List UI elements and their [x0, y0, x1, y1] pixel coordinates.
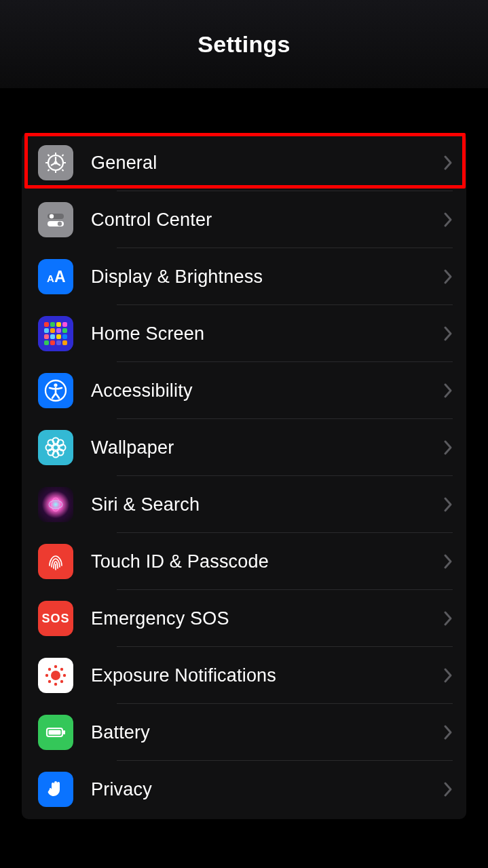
settings-row-label: Wallpaper: [91, 437, 443, 458]
flower-icon: [38, 430, 73, 465]
settings-row-touch-id-passcode[interactable]: Touch ID & Passcode: [22, 533, 466, 590]
svg-point-21: [53, 445, 58, 450]
svg-text:A: A: [54, 268, 66, 285]
svg-point-14: [50, 214, 54, 218]
chevron-right-icon: [443, 781, 453, 797]
svg-rect-10: [62, 154, 64, 157]
gear-icon: [38, 145, 73, 180]
chevron-right-icon: [443, 724, 453, 741]
svg-rect-42: [49, 730, 61, 735]
svg-rect-5: [55, 153, 56, 155]
settings-row-display-brightness[interactable]: A A Display & Brightness: [22, 248, 466, 305]
sos-icon: SOS: [38, 601, 73, 636]
accessibility-icon: [38, 373, 73, 408]
settings-row-accessibility[interactable]: Accessibility: [22, 362, 466, 419]
svg-point-40: [60, 680, 63, 683]
svg-point-38: [60, 668, 63, 671]
siri-icon: [38, 487, 73, 522]
svg-point-35: [45, 674, 48, 677]
settings-row-label: Accessibility: [91, 380, 443, 401]
settings-row-privacy[interactable]: Privacy: [22, 761, 466, 818]
chevron-right-icon: [443, 496, 453, 513]
battery-icon: [38, 715, 73, 750]
svg-rect-8: [63, 162, 66, 163]
text-size-icon: A A: [38, 259, 73, 294]
svg-point-30: [49, 500, 62, 509]
settings-row-battery[interactable]: Battery: [22, 704, 466, 761]
svg-point-32: [51, 671, 60, 680]
settings-row-label: Touch ID & Passcode: [91, 551, 443, 572]
settings-row-siri-search[interactable]: Siri & Search: [22, 476, 466, 533]
svg-rect-12: [62, 169, 64, 172]
chevron-right-icon: [443, 269, 453, 285]
svg-point-31: [52, 498, 60, 511]
toggles-icon: [38, 202, 73, 237]
chevron-right-icon: [443, 382, 453, 399]
page-title: Settings: [198, 31, 290, 58]
settings-row-label: Home Screen: [91, 323, 443, 344]
hand-icon: [38, 772, 73, 807]
chevron-right-icon: [443, 439, 453, 456]
settings-row-general[interactable]: General: [22, 134, 466, 191]
settings-row-wallpaper[interactable]: Wallpaper: [22, 419, 466, 476]
settings-row-label: General: [91, 153, 443, 174]
svg-point-39: [48, 680, 51, 683]
exposure-icon: [38, 658, 73, 693]
settings-row-home-screen[interactable]: Home Screen: [22, 305, 466, 362]
settings-list: General Control Center: [22, 133, 466, 819]
fingerprint-icon: [38, 544, 73, 579]
svg-rect-11: [48, 169, 50, 172]
settings-row-label: Siri & Search: [91, 494, 443, 515]
settings-header: Settings: [0, 0, 488, 88]
settings-row-label: Exposure Notifications: [91, 665, 443, 686]
settings-row-control-center[interactable]: Control Center: [22, 191, 466, 248]
settings-content: General Control Center: [0, 88, 488, 868]
chevron-right-icon: [443, 553, 453, 570]
chevron-right-icon: [443, 326, 453, 342]
svg-point-37: [48, 668, 51, 671]
svg-rect-6: [55, 170, 56, 173]
settings-row-exposure-notifications[interactable]: Exposure Notifications: [22, 647, 466, 704]
settings-row-emergency-sos[interactable]: SOS Emergency SOS: [22, 590, 466, 647]
app-grid-icon: [38, 316, 73, 351]
chevron-right-icon: [443, 610, 453, 627]
chevron-right-icon: [443, 212, 453, 228]
svg-text:A: A: [47, 273, 54, 284]
svg-point-16: [58, 222, 62, 226]
svg-rect-7: [45, 162, 48, 163]
settings-row-label: Privacy: [91, 779, 443, 800]
svg-rect-9: [48, 154, 50, 157]
settings-row-label: Display & Brightness: [91, 267, 443, 288]
chevron-right-icon: [443, 155, 453, 171]
svg-point-34: [54, 683, 57, 686]
svg-point-20: [54, 383, 57, 387]
settings-row-label: Battery: [91, 722, 443, 743]
chevron-right-icon: [443, 667, 453, 684]
svg-rect-43: [63, 730, 65, 734]
svg-point-33: [54, 665, 57, 668]
settings-row-label: Emergency SOS: [91, 608, 443, 629]
settings-row-label: Control Center: [91, 210, 443, 231]
svg-point-36: [63, 674, 66, 677]
